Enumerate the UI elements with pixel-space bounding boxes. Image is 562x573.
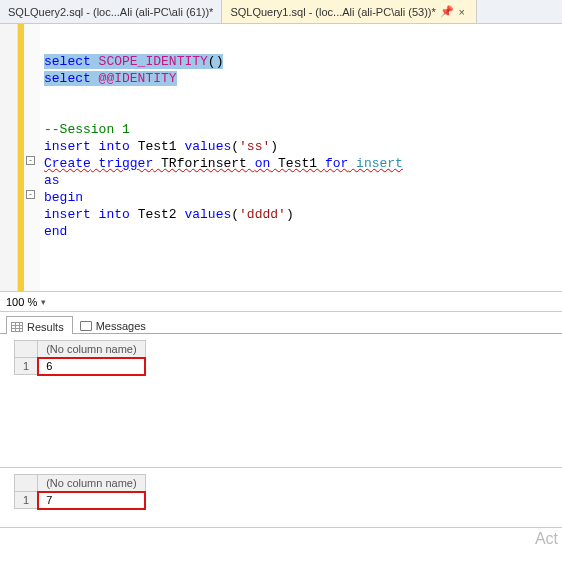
outline-gutter: - - (24, 24, 40, 291)
tab-messages-label: Messages (96, 320, 146, 332)
zoom-level[interactable]: 100 % (6, 296, 37, 308)
code-area[interactable]: select SCOPE_IDENTITY() select @@IDENTIT… (40, 24, 562, 291)
kw-insert: insert (44, 139, 91, 154)
comment-session: --Session 1 (44, 122, 130, 137)
str-dddd: 'dddd' (239, 207, 286, 222)
result-grid-2: (No column name) 1 7 (0, 468, 562, 528)
paren: ( (231, 207, 239, 222)
sql-editor: - - select SCOPE_IDENTITY() select @@IDE… (0, 24, 562, 292)
trg-name: TRforinsert (153, 156, 254, 171)
kw-end: end (44, 224, 67, 239)
tab-results[interactable]: Results (6, 316, 73, 334)
column-header[interactable]: (No column name) (38, 475, 145, 492)
messages-icon (80, 321, 92, 331)
vertical-scroll-track[interactable] (0, 24, 18, 291)
var-identity: @@IDENTITY (91, 71, 177, 86)
table-row[interactable]: 1 6 (15, 358, 146, 375)
tab-results-label: Results (27, 321, 64, 333)
kw-as: as (44, 173, 60, 188)
kw-on: on (255, 156, 271, 171)
status-footer: Act (0, 528, 562, 550)
watermark-text: Act (535, 530, 558, 548)
tab-label: SQLQuery2.sql - (loc...Ali (ali-PC\ali (… (8, 6, 213, 18)
editor-tab-1[interactable]: SQLQuery2.sql - (loc...Ali (ali-PC\ali (… (0, 0, 222, 23)
tab-label: SQLQuery1.sql - (loc...Ali (ali-PC\ali (… (230, 6, 435, 18)
editor-tab-bar: SQLQuery2.sql - (loc...Ali (ali-PC\ali (… (0, 0, 562, 24)
kw-into: into (91, 207, 130, 222)
kw-for: for (325, 156, 348, 171)
corner-cell (15, 475, 38, 492)
cell-value[interactable]: 7 (38, 492, 145, 509)
paren: ) (286, 207, 294, 222)
pin-icon[interactable]: 📌 (440, 5, 452, 18)
paren: ( (231, 139, 239, 154)
close-icon[interactable]: × (456, 6, 468, 18)
row-number: 1 (15, 358, 38, 375)
corner-cell (15, 341, 38, 358)
result-table-1[interactable]: (No column name) 1 6 (14, 340, 146, 375)
fn-scope-identity: SCOPE_IDENTITY (91, 54, 208, 69)
kw-insert: insert (348, 156, 403, 171)
kw-select: select (44, 54, 91, 69)
kw-trigger: trigger (91, 156, 153, 171)
zoom-bar: 100 % ▾ (0, 292, 562, 312)
kw-values: values (184, 139, 231, 154)
tbl-test1: Test1 (130, 139, 185, 154)
column-header[interactable]: (No column name) (38, 341, 145, 358)
cell-value[interactable]: 6 (38, 358, 145, 375)
kw-values: values (184, 207, 231, 222)
kw-create: Create (44, 156, 91, 171)
table-row[interactable]: 1 7 (15, 492, 146, 509)
kw-into: into (91, 139, 130, 154)
results-tab-strip: Results Messages (0, 312, 562, 334)
str-ss: 'ss' (239, 139, 270, 154)
paren: ) (270, 139, 278, 154)
kw-insert: insert (44, 207, 91, 222)
tbl-test2: Test2 (130, 207, 185, 222)
tbl-test1: Test1 (270, 156, 325, 171)
paren: () (208, 54, 224, 69)
collapse-toggle[interactable]: - (26, 156, 35, 165)
tab-messages[interactable]: Messages (75, 315, 155, 333)
grid-icon (11, 322, 23, 332)
editor-tab-2[interactable]: SQLQuery1.sql - (loc...Ali (ali-PC\ali (… (222, 0, 476, 23)
result-table-2[interactable]: (No column name) 1 7 (14, 474, 146, 509)
row-number: 1 (15, 492, 38, 509)
kw-begin: begin (44, 190, 83, 205)
result-grid-1: (No column name) 1 6 (0, 334, 562, 467)
collapse-toggle[interactable]: - (26, 190, 35, 199)
kw-select: select (44, 71, 91, 86)
chevron-down-icon[interactable]: ▾ (41, 297, 46, 307)
